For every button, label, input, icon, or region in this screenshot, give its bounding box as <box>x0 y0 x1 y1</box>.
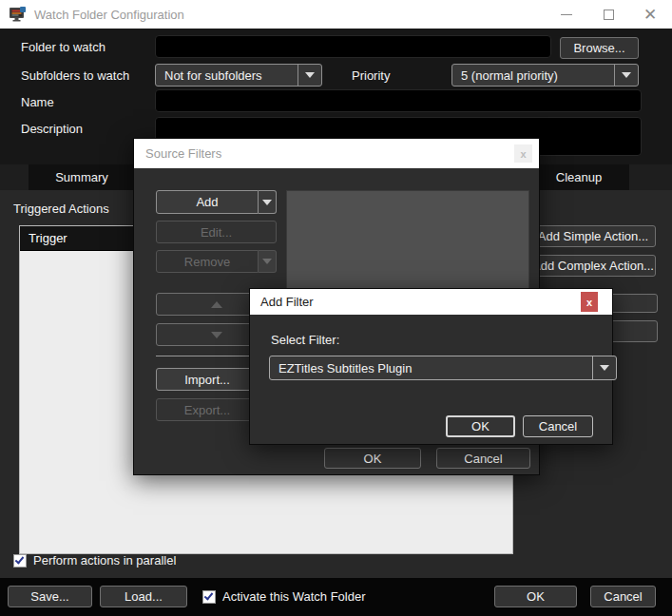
activate-watch-folder-checkbox[interactable]: Activate this Watch Folder <box>202 589 366 604</box>
add-filter-title: Add Filter <box>260 295 314 309</box>
browse-button[interactable]: Browse... <box>560 37 639 59</box>
source-filters-ok-button[interactable]: OK <box>324 448 421 469</box>
checkbox-checked-icon <box>202 590 216 604</box>
chevron-down-icon <box>614 65 638 86</box>
tab-cleanup[interactable]: Cleanup <box>528 164 629 190</box>
chevron-down-icon <box>592 356 616 379</box>
main-ok-button[interactable]: OK <box>494 586 577 607</box>
checkbox-checked-icon <box>13 554 27 568</box>
priority-dropdown-value: 5 (normal priority) <box>452 65 614 86</box>
import-button[interactable]: Import... <box>156 368 259 391</box>
chevron-down-icon <box>298 65 321 86</box>
add-filter-close-button[interactable]: x <box>581 292 598 312</box>
export-button[interactable]: Export... <box>156 398 259 421</box>
folder-to-watch-label: Folder to watch <box>21 40 106 54</box>
close-button[interactable]: ✕ <box>631 0 669 29</box>
priority-dropdown[interactable]: 5 (normal priority) <box>451 64 639 87</box>
priority-label: Priority <box>352 68 390 83</box>
source-filters-titlebar: Source Filters x <box>134 139 539 168</box>
main-cancel-button[interactable]: Cancel <box>590 586 656 607</box>
add-simple-action-button[interactable]: Add Simple Action... <box>530 225 656 247</box>
close-icon: ✕ <box>643 5 657 25</box>
perform-parallel-checkbox[interactable]: Perform actions in parallel <box>13 553 176 568</box>
select-filter-label: Select Filter: <box>271 333 339 347</box>
subfolders-dropdown[interactable]: Not for subfolders <box>155 64 322 87</box>
name-label: Name <box>21 95 54 109</box>
maximize-button[interactable] <box>589 0 627 29</box>
tab-summary[interactable]: Summary <box>29 164 135 190</box>
down-arrow-icon <box>211 332 222 338</box>
load-button[interactable]: Load... <box>100 586 187 607</box>
source-filters-title: Source Filters <box>145 146 221 161</box>
remove-split-button[interactable]: Remove <box>156 250 277 273</box>
minimize-icon <box>561 14 572 15</box>
activate-watch-folder-label: Activate this Watch Folder <box>222 589 366 604</box>
chevron-down-icon <box>262 200 272 205</box>
subfolders-dropdown-value: Not for subfolders <box>156 65 298 86</box>
minimize-button[interactable] <box>547 0 586 29</box>
add-button[interactable]: Add <box>156 190 259 214</box>
description-label: Description <box>21 122 83 136</box>
add-complex-action-button[interactable]: Add Complex Action... <box>530 255 656 277</box>
edit-button[interactable]: Edit... <box>156 221 277 243</box>
up-arrow-icon <box>211 301 222 308</box>
maximize-icon <box>604 10 614 20</box>
triggered-actions-label: Triggered Actions <box>13 202 109 216</box>
chevron-down-icon <box>262 259 272 264</box>
source-filters-close-button[interactable]: x <box>514 144 532 163</box>
add-filter-dialog: Add Filter x Select Filter: EZTitles Sub… <box>249 288 613 445</box>
save-button[interactable]: Save... <box>8 586 92 607</box>
add-filter-cancel-button[interactable]: Cancel <box>523 415 593 437</box>
source-filters-cancel-button[interactable]: Cancel <box>436 448 530 469</box>
app-icon <box>10 7 27 22</box>
remove-button[interactable]: Remove <box>156 250 259 273</box>
bottom-bar: Save... Load... Activate this Watch Fold… <box>0 578 672 616</box>
filter-select-value: EZTitles Subtitles Plugin <box>270 356 592 379</box>
folder-to-watch-input[interactable] <box>155 35 551 58</box>
window-titlebar: Watch Folder Configuration ✕ <box>0 0 672 29</box>
remove-dropdown-arrow[interactable] <box>259 250 277 273</box>
add-filter-split-button[interactable]: Add <box>156 190 277 214</box>
subfolders-label: Subfolders to watch <box>21 68 129 83</box>
add-filter-titlebar: Add Filter x <box>250 289 612 315</box>
perform-parallel-label: Perform actions in parallel <box>33 553 176 568</box>
window-title: Watch Folder Configuration <box>34 8 184 22</box>
name-input[interactable] <box>155 89 642 112</box>
add-filter-ok-button[interactable]: OK <box>446 415 515 437</box>
filter-select-dropdown[interactable]: EZTitles Subtitles Plugin <box>269 356 617 380</box>
add-dropdown-arrow[interactable] <box>259 190 277 214</box>
